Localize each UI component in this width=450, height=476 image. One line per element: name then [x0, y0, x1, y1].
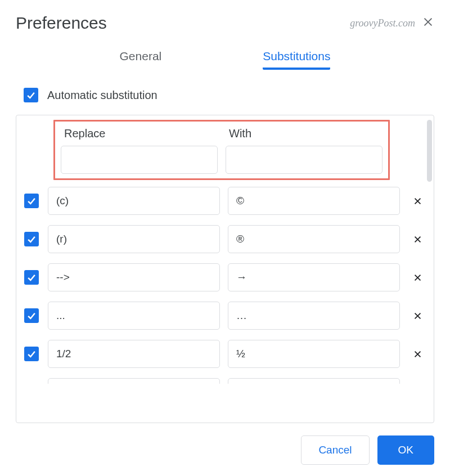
table-row — [24, 225, 426, 253]
tab-general[interactable]: General — [120, 50, 162, 70]
new-entry-highlight: Replace With — [53, 120, 390, 180]
close-icon — [422, 16, 434, 28]
close-button[interactable] — [422, 16, 434, 30]
delete-icon — [413, 349, 422, 359]
tab-substitutions[interactable]: Substitutions — [263, 50, 330, 70]
replace-header: Replace — [61, 127, 218, 140]
delete-row-button[interactable] — [409, 196, 426, 206]
delete-row-button[interactable] — [409, 311, 426, 321]
row-fields — [48, 302, 400, 330]
partial-with-input[interactable] — [228, 378, 400, 384]
auto-substitution-row: Automatic substitution — [24, 88, 434, 102]
scrollbar-thumb[interactable] — [427, 120, 432, 182]
partial-replace-input[interactable] — [48, 378, 220, 384]
checkmark-icon — [26, 272, 37, 283]
row-checkbox[interactable] — [24, 270, 39, 285]
delete-icon — [413, 273, 422, 282]
substitution-rows — [21, 185, 429, 384]
table-row — [24, 340, 426, 368]
row-fields — [48, 340, 400, 368]
tabs: General Substitutions — [16, 50, 434, 70]
delete-row-button[interactable] — [409, 349, 426, 359]
row-fields — [48, 263, 400, 291]
table-row — [24, 302, 426, 330]
with-input[interactable] — [228, 302, 400, 330]
new-entry-inputs — [61, 146, 382, 174]
with-input[interactable] — [228, 263, 400, 291]
row-fields — [48, 378, 400, 384]
replace-input[interactable] — [48, 340, 220, 368]
with-header: With — [226, 127, 382, 140]
dialog-header: Preferences groovyPost.com — [16, 14, 434, 33]
auto-substitution-label: Automatic substitution — [47, 89, 158, 102]
dialog-footer: Cancel OK — [16, 423, 434, 465]
substitution-table: Replace With — [16, 115, 434, 423]
with-input[interactable] — [228, 340, 400, 368]
checkmark-icon — [25, 89, 37, 101]
new-with-input[interactable] — [226, 146, 382, 174]
new-replace-input[interactable] — [61, 146, 218, 174]
checkmark-icon — [26, 233, 37, 245]
preferences-dialog: Preferences groovyPost.com General Subst… — [0, 0, 450, 476]
delete-row-button[interactable] — [409, 273, 426, 282]
watermark-text: groovyPost.com — [350, 17, 415, 29]
cancel-button[interactable]: Cancel — [301, 435, 369, 465]
row-fields — [48, 225, 400, 253]
row-checkbox[interactable] — [24, 232, 39, 246]
delete-icon — [413, 196, 422, 206]
checkmark-icon — [26, 348, 37, 360]
delete-icon — [413, 235, 422, 244]
replace-input[interactable] — [48, 225, 220, 253]
with-input[interactable] — [228, 187, 400, 215]
dialog-title: Preferences — [16, 14, 107, 33]
replace-input[interactable] — [48, 263, 220, 291]
delete-row-button[interactable] — [409, 235, 426, 244]
replace-input[interactable] — [48, 302, 220, 330]
row-checkbox[interactable] — [24, 194, 39, 208]
table-row — [24, 187, 426, 215]
checkmark-icon — [26, 195, 37, 206]
checkmark-icon — [26, 310, 37, 321]
with-input[interactable] — [228, 225, 400, 253]
row-fields — [48, 187, 400, 215]
replace-input[interactable] — [48, 187, 220, 215]
delete-icon — [413, 311, 422, 321]
column-headers: Replace With — [61, 127, 382, 140]
header-right: groovyPost.com — [350, 16, 434, 30]
row-checkbox[interactable] — [24, 308, 39, 323]
table-row — [24, 263, 426, 291]
partial-row — [24, 378, 426, 384]
row-checkbox[interactable] — [24, 347, 39, 361]
auto-substitution-checkbox[interactable] — [24, 88, 38, 102]
ok-button[interactable]: OK — [377, 435, 434, 465]
